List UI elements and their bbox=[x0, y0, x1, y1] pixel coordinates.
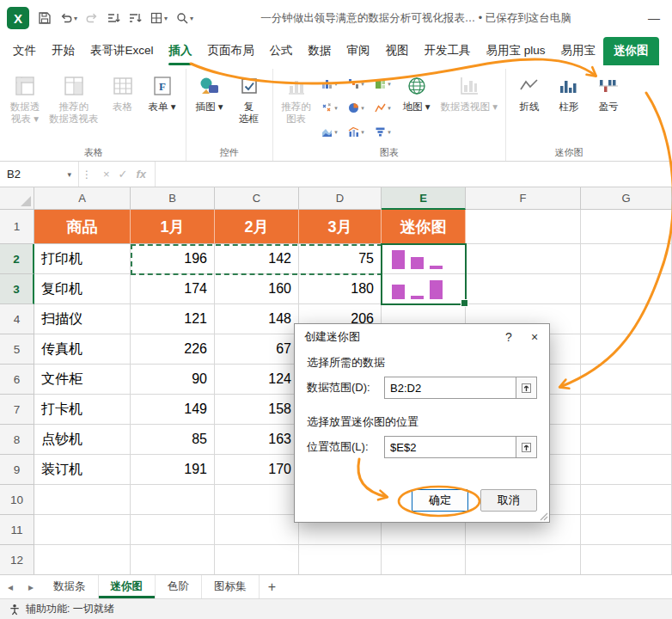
column-header-D[interactable]: D bbox=[299, 187, 382, 210]
column-header-B[interactable]: B bbox=[131, 187, 215, 210]
cell-E1[interactable]: 迷你图 bbox=[382, 210, 466, 244]
row-header-8[interactable]: 8 bbox=[0, 425, 34, 455]
cell-F12[interactable] bbox=[466, 545, 581, 574]
cell-E3[interactable] bbox=[382, 274, 466, 304]
sheet-nav-left-icon[interactable]: ◂ bbox=[0, 575, 21, 598]
cell-F3[interactable] bbox=[466, 274, 581, 304]
ribbon-tab-公式[interactable]: 公式 bbox=[262, 37, 301, 65]
line-chart-button[interactable]: ▾ bbox=[370, 96, 396, 120]
row-header-2[interactable]: 2 bbox=[0, 244, 34, 274]
ribbon-tab-文件[interactable]: 文件 bbox=[5, 37, 44, 65]
cell-B2[interactable]: 196 bbox=[131, 244, 215, 274]
cell-G12[interactable] bbox=[581, 545, 672, 574]
data-range-input[interactable]: B2:D2 bbox=[384, 377, 537, 399]
search-button[interactable]: ▾ bbox=[173, 7, 196, 29]
cell-C3[interactable]: 160 bbox=[215, 274, 299, 304]
column-header-F[interactable]: F bbox=[466, 187, 581, 210]
cell-G7[interactable] bbox=[581, 395, 672, 425]
ok-button[interactable]: 确定 bbox=[412, 489, 468, 512]
column-header-E[interactable]: E bbox=[382, 187, 466, 210]
ribbon-tab-迷你图[interactable]: 迷你图 bbox=[603, 37, 659, 65]
cell-B1[interactable]: 1月 bbox=[131, 210, 215, 244]
combo-chart-button[interactable]: ▾ bbox=[344, 120, 370, 144]
cell-B6[interactable]: 90 bbox=[131, 365, 215, 395]
cell-D3[interactable]: 180 bbox=[299, 274, 382, 304]
cell-B12[interactable] bbox=[131, 545, 215, 574]
cell-B4[interactable]: 121 bbox=[131, 304, 215, 334]
cell-A8[interactable]: 点钞机 bbox=[34, 425, 131, 455]
cell-D1[interactable]: 3月 bbox=[299, 210, 382, 244]
help-button[interactable]: ? bbox=[496, 327, 522, 347]
insert-function-button[interactable]: fx bbox=[137, 168, 147, 181]
cell-G10[interactable] bbox=[581, 485, 672, 515]
column-header-A[interactable]: A bbox=[34, 187, 131, 210]
select-all-corner[interactable] bbox=[0, 187, 34, 210]
cell-C5[interactable]: 67 bbox=[215, 334, 299, 365]
ribbon-tab-表哥讲Excel[interactable]: 表哥讲Excel bbox=[82, 37, 162, 65]
sheet-tab-数据条[interactable]: 数据条 bbox=[41, 575, 99, 598]
hierarchy-chart-button[interactable]: ▾ bbox=[370, 72, 396, 95]
cell-C4[interactable]: 148 bbox=[215, 304, 299, 334]
formula-cancel-button[interactable]: × bbox=[103, 168, 110, 181]
range-picker-button[interactable] bbox=[516, 437, 536, 457]
cell-B10[interactable] bbox=[131, 485, 215, 515]
cell-B3[interactable]: 174 bbox=[131, 274, 215, 304]
formula-input[interactable] bbox=[156, 162, 672, 187]
cell-C11[interactable] bbox=[215, 515, 299, 545]
column-chart-button[interactable]: ▾ bbox=[317, 72, 343, 95]
ribbon-tab-插入[interactable]: 插入 bbox=[162, 37, 200, 65]
sparkline-line-button[interactable]: 折线 bbox=[510, 69, 548, 114]
table-button[interactable]: 表格 bbox=[104, 69, 142, 114]
row-header-11[interactable]: 11 bbox=[0, 515, 34, 545]
cell-G6[interactable] bbox=[581, 365, 672, 395]
pivotchart-button[interactable]: 数据透视图 ▾ bbox=[437, 69, 501, 114]
cell-A9[interactable]: 装订机 bbox=[34, 455, 131, 485]
save-button[interactable] bbox=[35, 7, 54, 29]
cell-A12[interactable] bbox=[34, 545, 131, 574]
ribbon-tab-审阅[interactable]: 审阅 bbox=[339, 37, 378, 65]
ribbon-tab-数据[interactable]: 数据 bbox=[301, 37, 339, 65]
row-header-4[interactable]: 4 bbox=[0, 304, 34, 334]
sparkline-winloss-button[interactable]: 盈亏 bbox=[590, 69, 627, 114]
cell-G9[interactable] bbox=[581, 455, 672, 485]
range-picker-button[interactable] bbox=[516, 377, 536, 398]
cell-G3[interactable] bbox=[581, 274, 672, 304]
cell-C6[interactable]: 124 bbox=[215, 365, 299, 395]
funnel-chart-button[interactable]: ▾ bbox=[370, 120, 396, 144]
cell-D2[interactable]: 75 bbox=[299, 244, 382, 274]
cell-B5[interactable]: 226 bbox=[131, 334, 215, 365]
cell-A3[interactable]: 复印机 bbox=[34, 274, 131, 304]
form-button[interactable]: F 表单 ▾ bbox=[144, 69, 181, 114]
cell-G5[interactable] bbox=[581, 334, 672, 365]
waterfall-chart-button[interactable]: ▾ bbox=[344, 72, 370, 95]
formula-enter-button[interactable]: ✓ bbox=[119, 168, 128, 181]
cell-A6[interactable]: 文件柜 bbox=[34, 365, 131, 395]
cell-G8[interactable] bbox=[581, 425, 672, 455]
sheet-tab-色阶[interactable]: 色阶 bbox=[156, 575, 202, 598]
cell-E12[interactable] bbox=[382, 545, 466, 574]
sort-asc-button[interactable] bbox=[104, 7, 123, 29]
cell-A4[interactable]: 扫描仪 bbox=[34, 304, 131, 334]
cell-B9[interactable]: 191 bbox=[131, 455, 215, 485]
cell-G1[interactable] bbox=[581, 210, 672, 244]
cell-G11[interactable] bbox=[581, 515, 672, 545]
cell-A11[interactable] bbox=[34, 515, 131, 545]
cell-C10[interactable] bbox=[215, 485, 299, 515]
cell-C2[interactable]: 142 bbox=[215, 244, 299, 274]
undo-button[interactable]: ▾ bbox=[57, 7, 80, 29]
recommended-charts-button[interactable]: 推荐的 图表 bbox=[278, 69, 315, 127]
cell-A5[interactable]: 传真机 bbox=[34, 334, 131, 365]
sheet-tab-图标集[interactable]: 图标集 bbox=[202, 575, 260, 598]
ribbon-tab-开发工具[interactable]: 开发工具 bbox=[417, 37, 479, 65]
cell-C7[interactable]: 158 bbox=[215, 395, 299, 425]
cancel-button[interactable]: 取消 bbox=[480, 489, 537, 512]
sparkline-column-button[interactable]: 柱形 bbox=[550, 69, 588, 114]
recommended-pivottables-button[interactable]: 推荐的 数据透视表 bbox=[46, 69, 102, 127]
row-header-9[interactable]: 9 bbox=[0, 455, 34, 485]
cell-A10[interactable] bbox=[34, 485, 131, 515]
cell-C1[interactable]: 2月 bbox=[215, 210, 299, 244]
row-header-5[interactable]: 5 bbox=[0, 334, 34, 365]
area-chart-button[interactable]: ▾ bbox=[317, 120, 343, 144]
cell-A1[interactable]: 商品 bbox=[34, 210, 131, 244]
scatter-chart-button[interactable]: ▾ bbox=[317, 96, 343, 120]
